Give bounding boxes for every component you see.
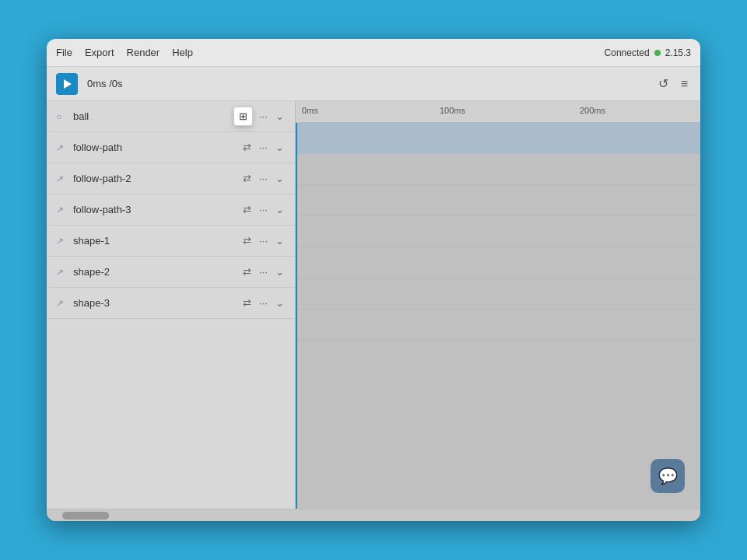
bottom-bar <box>47 509 700 521</box>
follow-path-3-controls: ⇄ ··· ⌄ <box>241 202 286 217</box>
tick-0ms: 0ms <box>302 106 318 115</box>
shape-3-icon: ↗ <box>56 298 67 309</box>
timeline-header: 0ms 100ms 200ms <box>296 101 700 123</box>
follow-path-3-more-icon[interactable]: ··· <box>258 202 269 217</box>
follow-path-3-name: follow-path-3 <box>73 204 235 215</box>
layer-shape-2[interactable]: ↗ shape-2 ⇄ ··· ⌄ <box>47 257 295 288</box>
shape-1-name: shape-1 <box>73 235 235 247</box>
main-area: ○ ball ⊞ ··· ⌄ ↗ follow-path ⇄ ··· ⌄ <box>47 101 700 509</box>
ball-controls: ⊞ ··· ⌄ <box>233 107 286 126</box>
follow-path-3-swap-icon[interactable]: ⇄ <box>241 202 253 217</box>
follow-path-2-controls: ⇄ ··· ⌄ <box>241 171 286 186</box>
chat-button[interactable]: 💬 <box>651 459 685 493</box>
status-area: Connected 2.15.3 <box>605 47 691 58</box>
shape-3-controls: ⇄ ··· ⌄ <box>241 296 286 310</box>
menu-file[interactable]: File <box>56 47 72 58</box>
ball-more-icon[interactable]: ··· <box>258 109 269 124</box>
follow-path-2-icon: ↗ <box>56 173 67 184</box>
shape-3-name: shape-3 <box>73 297 235 309</box>
timeline-row-shape-3 <box>296 310 700 341</box>
toolbar: 0ms /0s ↺ ≡ <box>47 67 700 101</box>
shape-1-swap-icon[interactable]: ⇄ <box>241 233 253 248</box>
ball-layer-name: ball <box>73 110 227 122</box>
timeline-row-follow-path <box>296 154 700 185</box>
tick-200ms: 200ms <box>580 106 605 115</box>
version-label: 2.15.3 <box>665 47 691 58</box>
timeline-row-shape-2 <box>296 278 700 310</box>
menu-export[interactable]: Export <box>85 47 114 58</box>
follow-path-chevron-icon[interactable]: ⌄ <box>274 140 286 155</box>
timeline-row-ball <box>296 123 700 154</box>
connected-label: Connected <box>605 47 650 58</box>
follow-path-swap-icon[interactable]: ⇄ <box>241 140 253 155</box>
shape-1-icon: ↗ <box>56 236 67 247</box>
ball-layer-icon: ○ <box>56 111 67 122</box>
follow-path-2-name: follow-path-2 <box>73 173 235 184</box>
timeline-row-follow-path-3 <box>296 216 700 247</box>
timeline-row-shape-1 <box>296 247 700 278</box>
shape-2-name: shape-2 <box>73 266 235 278</box>
shape-3-more-icon[interactable]: ··· <box>258 296 269 310</box>
scrollbar-track[interactable] <box>62 512 109 520</box>
follow-path-controls: ⇄ ··· ⌄ <box>241 140 286 155</box>
shape-2-controls: ⇄ ··· ⌄ <box>241 264 286 279</box>
menu-render[interactable]: Render <box>127 47 160 58</box>
shape-1-more-icon[interactable]: ··· <box>258 233 269 248</box>
layer-shape-1[interactable]: ↗ shape-1 ⇄ ··· ⌄ <box>47 226 295 257</box>
follow-path-more-icon[interactable]: ··· <box>258 140 269 155</box>
timeline-row-follow-path-2 <box>296 185 700 216</box>
scrollbar-thumb[interactable] <box>62 512 109 520</box>
timeline-panel[interactable]: 0ms 100ms 200ms 💬 <box>296 101 700 509</box>
reset-icon[interactable]: ↺ <box>655 73 672 94</box>
menu-help[interactable]: Help <box>172 47 193 58</box>
layer-shape-3[interactable]: ↗ shape-3 ⇄ ··· ⌄ <box>47 288 295 319</box>
shape-3-swap-icon[interactable]: ⇄ <box>241 296 253 310</box>
follow-path-2-more-icon[interactable]: ··· <box>258 171 269 186</box>
menu-items: File Export Render Help <box>56 47 605 58</box>
shape-2-swap-icon[interactable]: ⇄ <box>241 264 253 279</box>
layer-ball[interactable]: ○ ball ⊞ ··· ⌄ <box>47 101 295 132</box>
shape-2-chevron-icon[interactable]: ⌄ <box>274 264 286 279</box>
follow-path-icon: ↗ <box>56 142 67 153</box>
time-display: 0ms /0s <box>87 78 123 89</box>
tick-100ms: 100ms <box>440 106 465 115</box>
shape-1-controls: ⇄ ··· ⌄ <box>241 233 286 248</box>
layer-follow-path-3[interactable]: ↗ follow-path-3 ⇄ ··· ⌄ <box>47 194 295 226</box>
chat-icon: 💬 <box>658 467 678 485</box>
shape-2-more-icon[interactable]: ··· <box>258 264 269 279</box>
ball-chevron-icon[interactable]: ⌄ <box>274 109 286 124</box>
follow-path-3-chevron-icon[interactable]: ⌄ <box>274 202 286 217</box>
app-window: File Export Render Help Connected 2.15.3… <box>47 39 700 521</box>
layer-follow-path[interactable]: ↗ follow-path ⇄ ··· ⌄ <box>47 132 295 163</box>
shape-1-chevron-icon[interactable]: ⌄ <box>274 233 286 248</box>
follow-path-name: follow-path <box>73 142 235 153</box>
shape-2-icon: ↗ <box>56 267 67 278</box>
layers-panel: ○ ball ⊞ ··· ⌄ ↗ follow-path ⇄ ··· ⌄ <box>47 101 296 509</box>
play-button[interactable] <box>56 73 78 95</box>
layer-follow-path-2[interactable]: ↗ follow-path-2 ⇄ ··· ⌄ <box>47 163 295 194</box>
menu-bar: File Export Render Help Connected 2.15.3 <box>47 39 700 67</box>
ball-popup-icon[interactable]: ⊞ <box>233 107 253 126</box>
follow-path-2-swap-icon[interactable]: ⇄ <box>241 171 253 186</box>
timeline-rows <box>296 123 700 341</box>
follow-path-3-icon: ↗ <box>56 205 67 215</box>
shape-3-chevron-icon[interactable]: ⌄ <box>274 296 286 310</box>
follow-path-2-chevron-icon[interactable]: ⌄ <box>274 171 286 186</box>
menu-icon[interactable]: ≡ <box>678 74 691 94</box>
timeline-playhead[interactable] <box>296 123 297 509</box>
connected-dot <box>654 50 661 56</box>
